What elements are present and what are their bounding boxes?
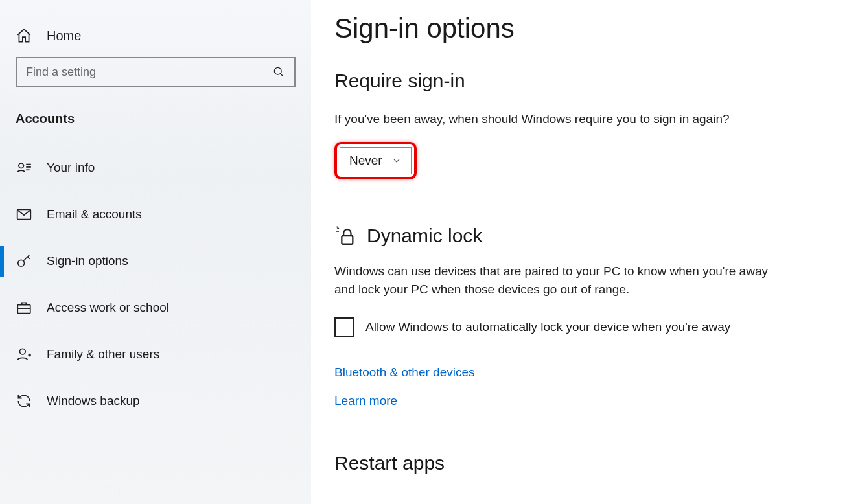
- page-title: Sign-in options: [334, 13, 821, 44]
- sidebar-item-label: Your info: [47, 161, 95, 175]
- chevron-down-icon: [391, 155, 402, 166]
- sync-icon: [16, 393, 32, 409]
- sidebar-item-label: Family & other users: [47, 347, 159, 361]
- search-icon: [272, 65, 285, 78]
- sidebar-item-email-accounts[interactable]: Email & accounts: [0, 191, 311, 238]
- svg-rect-13: [342, 236, 353, 244]
- dynamic-lock-icon: [334, 225, 356, 247]
- restart-apps-heading: Restart apps: [334, 452, 821, 474]
- dynamic-lock-checkbox[interactable]: [334, 317, 354, 337]
- person-card-icon: [16, 159, 32, 176]
- person-add-icon: [16, 346, 32, 363]
- sidebar-item-label: Windows backup: [47, 394, 140, 408]
- annotation-highlight: Never: [334, 142, 417, 179]
- sidebar-item-home[interactable]: Home: [0, 19, 311, 57]
- require-signin-description: If you've been away, when should Windows…: [334, 110, 788, 129]
- main-content: Sign-in options Require sign-in If you'v…: [311, 0, 847, 504]
- dynamic-lock-heading: Dynamic lock: [367, 225, 482, 247]
- svg-line-1: [281, 74, 283, 76]
- sidebar-item-label: Email & accounts: [47, 207, 142, 222]
- require-signin-heading: Require sign-in: [334, 70, 821, 92]
- home-icon: [16, 27, 32, 44]
- sidebar-item-signin-options[interactable]: Sign-in options: [0, 238, 311, 284]
- dynamic-lock-description: Windows can use devices that are paired …: [334, 262, 788, 299]
- key-icon: [16, 253, 32, 269]
- svg-rect-8: [17, 305, 30, 314]
- search-input[interactable]: [26, 65, 272, 79]
- svg-point-2: [19, 163, 24, 168]
- sidebar-item-label: Sign-in options: [47, 254, 128, 268]
- briefcase-icon: [16, 299, 32, 316]
- sidebar-item-family-users[interactable]: Family & other users: [0, 331, 311, 378]
- sidebar-section-accounts: Accounts: [0, 105, 311, 144]
- mail-icon: [16, 206, 32, 223]
- sidebar-item-label: Access work or school: [47, 301, 169, 315]
- dynamic-lock-checkbox-label: Allow Windows to automatically lock your…: [365, 320, 730, 334]
- svg-point-14: [336, 226, 338, 227]
- link-learn-more[interactable]: Learn more: [334, 394, 821, 408]
- dropdown-value: Never: [349, 154, 382, 168]
- sidebar-item-access-work-school[interactable]: Access work or school: [0, 284, 311, 331]
- svg-point-0: [274, 67, 281, 74]
- dynamic-lock-checkbox-row[interactable]: Allow Windows to automatically lock your…: [334, 317, 821, 337]
- search-input-container[interactable]: [16, 57, 296, 87]
- settings-sidebar: Home Accounts Your info Email & accounts…: [0, 0, 311, 504]
- sidebar-item-your-info[interactable]: Your info: [0, 144, 311, 191]
- require-signin-dropdown[interactable]: Never: [340, 147, 412, 174]
- sidebar-item-windows-backup[interactable]: Windows backup: [0, 378, 311, 424]
- home-label: Home: [47, 29, 81, 43]
- svg-point-10: [20, 349, 26, 354]
- link-bluetooth-devices[interactable]: Bluetooth & other devices: [334, 365, 821, 380]
